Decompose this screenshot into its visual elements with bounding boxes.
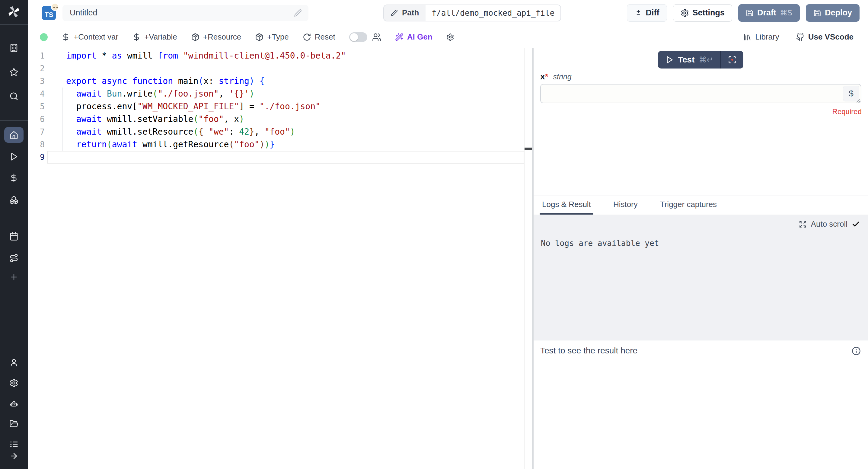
sidebar-item-schedules[interactable] <box>9 232 19 241</box>
library-button[interactable]: Library <box>743 32 779 42</box>
reset-button[interactable]: Reset <box>303 32 335 42</box>
scan-capture-icon <box>728 56 736 64</box>
sidebar-divider <box>0 120 28 121</box>
tab-history[interactable]: History <box>611 196 640 215</box>
library-icon <box>743 33 751 41</box>
info-icon[interactable] <box>852 346 861 355</box>
windmill-app: TS Untitled Path f/all/demo_mocked_api_f… <box>0 0 868 469</box>
script-title-field[interactable]: Untitled <box>62 5 308 21</box>
code-line-9[interactable]: 9 <box>28 151 524 163</box>
add-resource-button[interactable]: +Resource <box>191 32 241 42</box>
sidebar-item-folders[interactable] <box>9 419 19 428</box>
list-icon <box>9 440 19 449</box>
code-line-6[interactable]: 6 await wmill.setVariable("foo", x) <box>28 113 524 126</box>
line-number: 5 <box>28 100 45 113</box>
draft-label: Draft <box>757 8 776 18</box>
user-icon <box>9 358 19 367</box>
test-button[interactable]: Test ⌘↵ <box>658 51 720 68</box>
test-button-group: Test ⌘↵ <box>658 51 743 68</box>
windmill-logo[interactable] <box>6 4 22 19</box>
sidebar-item-runs[interactable] <box>9 152 19 161</box>
sidebar-item-user[interactable] <box>9 358 19 367</box>
code-line-5[interactable]: 5 process.env["WM_MOCKED_API_FILE"] = ".… <box>28 100 524 113</box>
sidebar-item-workspace[interactable] <box>9 43 19 53</box>
settings-button[interactable]: Settings <box>673 4 733 22</box>
add-type-label: +Type <box>267 32 289 42</box>
sidebar-item-audit-logs[interactable] <box>9 440 19 449</box>
line-number: 1 <box>28 50 45 62</box>
diff-button[interactable]: Diff <box>627 4 667 22</box>
tab-logs-result[interactable]: Logs & Result <box>539 196 593 215</box>
code-line-1[interactable]: 1import * as wmill from "windmill-client… <box>28 50 524 62</box>
sidebar-item-favorites[interactable] <box>9 68 19 77</box>
github-icon <box>796 33 805 41</box>
argument-label-row: x* string <box>540 72 571 82</box>
editor-toolbar: +Context var +Variable +Resource +Type R… <box>28 26 868 48</box>
line-number: 2 <box>28 62 45 75</box>
line-number: 6 <box>28 113 45 126</box>
users-icon[interactable] <box>372 33 381 42</box>
sidebar-item-search[interactable] <box>9 92 19 101</box>
dollar-icon <box>9 173 19 182</box>
argument-input[interactable] <box>541 85 861 103</box>
play-icon <box>665 56 674 64</box>
sidebar-item-resources[interactable] <box>9 195 19 205</box>
code-line-4[interactable]: 4 await Bun.write("./foo.json", '{}') <box>28 88 524 100</box>
add-type-button[interactable]: +Type <box>255 32 289 42</box>
code-lines: 1import * as wmill from "windmill-client… <box>28 50 524 163</box>
sidebar-item-variables[interactable] <box>9 173 19 182</box>
capture-test-button[interactable] <box>720 51 743 68</box>
sidebar-item-triggers[interactable] <box>9 253 19 262</box>
code-line-3[interactable]: 3export async function main(x: string) { <box>28 75 524 88</box>
path-button[interactable]: Path <box>384 5 426 21</box>
code-line-content[interactable] <box>47 62 524 75</box>
code-line-content[interactable]: await wmill.setVariable("foo", x) <box>47 113 524 126</box>
code-editor[interactable]: 1import * as wmill from "windmill-client… <box>28 48 524 469</box>
building-icon <box>9 43 19 53</box>
diff-label: Diff <box>646 8 659 18</box>
use-vscode-button[interactable]: Use VScode <box>796 32 854 42</box>
search-icon <box>9 92 19 101</box>
code-line-2[interactable]: 2 <box>28 62 524 75</box>
sidebar-item-workers[interactable] <box>9 399 19 408</box>
editor-overview-ruler[interactable] <box>524 48 532 469</box>
dollar-icon <box>62 33 70 41</box>
tab-trigger-captures[interactable]: Trigger captures <box>658 196 719 215</box>
app-sidebar <box>0 0 28 469</box>
run-panel: Test ⌘↵ x* string $ <box>534 48 868 469</box>
deploy-button[interactable]: Deploy <box>806 4 860 22</box>
check-icon <box>852 220 860 228</box>
auto-scroll-toggle[interactable]: Auto scroll <box>799 219 860 229</box>
code-line-7[interactable]: 7 await wmill.setResource({ "we": 42}, "… <box>28 126 524 138</box>
add-variable-button[interactable]: +Variable <box>132 32 177 42</box>
edit-pencil-icon[interactable] <box>294 9 302 17</box>
line-number: 4 <box>28 88 45 100</box>
sidebar-item-add[interactable] <box>9 273 19 282</box>
save-icon <box>813 9 821 17</box>
required-hint: Required <box>832 107 862 116</box>
top-actions: Diff Settings Draft ⌘S Deploy <box>627 4 860 22</box>
resize-grip-icon[interactable] <box>856 99 861 103</box>
path-group: Path f/all/demo_mocked_api_file <box>383 4 561 22</box>
draft-button[interactable]: Draft ⌘S <box>738 4 800 22</box>
package-icon <box>191 33 199 41</box>
path-value[interactable]: f/all/demo_mocked_api_file <box>426 5 560 21</box>
editor-settings-gear-icon[interactable] <box>446 33 454 41</box>
sidebar-item-settings[interactable] <box>9 378 19 387</box>
code-line-content[interactable]: await Bun.write("./foo.json", '{}') <box>47 88 524 100</box>
ai-gen-button[interactable]: AI Gen <box>395 32 433 42</box>
diff-mode-toggle[interactable] <box>349 32 367 42</box>
code-line-content[interactable]: import * as wmill from "windmill-client@… <box>47 50 524 62</box>
code-line-content[interactable] <box>47 151 524 163</box>
top-bar: TS Untitled Path f/all/demo_mocked_api_f… <box>28 0 868 26</box>
sidebar-expand-button[interactable] <box>9 451 19 461</box>
home-icon <box>9 130 19 139</box>
sidebar-divider <box>0 24 28 25</box>
code-line-content[interactable]: process.env["WM_MOCKED_API_FILE"] = "./f… <box>47 100 524 113</box>
code-line-8[interactable]: 8 return(await wmill.getResource("foo"))… <box>28 138 524 151</box>
code-line-content[interactable]: return(await wmill.getResource("foo"))} <box>47 138 524 151</box>
sidebar-item-home-active[interactable] <box>4 127 24 143</box>
add-context-var-button[interactable]: +Context var <box>62 32 118 42</box>
code-line-content[interactable]: export async function main(x: string) { <box>47 75 524 88</box>
code-line-content[interactable]: await wmill.setResource({ "we": 42}, "fo… <box>47 126 524 138</box>
